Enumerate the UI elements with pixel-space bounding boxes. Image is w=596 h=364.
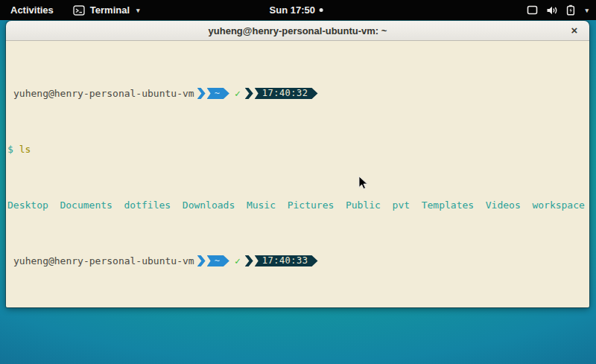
window-titlebar[interactable]: yuheng@henry-personal-ubuntu-vm: ~ ×	[6, 21, 589, 41]
typed-command: ls	[19, 144, 31, 155]
command-line: $ ls	[7, 144, 588, 155]
prompt-user: yuheng@henry-personal-ubuntu-vm	[7, 88, 194, 99]
close-button[interactable]: ×	[568, 24, 581, 37]
screen-icon	[527, 5, 538, 15]
screen: Activities Terminal ▾ Sun 17:50	[0, 0, 596, 364]
timestamp-segment: 17:40:33	[255, 255, 318, 266]
clock-menu[interactable]: Sun 17:50	[270, 0, 323, 20]
prompt-line-1: yuheng@henry-personal-ubuntu-vm ~ ✓ 17:4…	[7, 88, 588, 99]
powerline-chevron-icon	[197, 255, 206, 266]
app-menu-terminal[interactable]: Terminal ▾	[73, 4, 140, 16]
powerline-chevron-icon	[245, 255, 253, 266]
prompt-line-2: yuheng@henry-personal-ubuntu-vm ~ ✓ 17:4…	[7, 255, 588, 266]
ls-output: Desktop Documents dotfiles Downloads Mus…	[7, 199, 588, 211]
status-check-icon: ✓	[235, 255, 241, 266]
system-status-menu[interactable]: ▾	[527, 0, 589, 20]
prompt-symbol: $	[7, 144, 13, 155]
terminal-content[interactable]: yuheng@henry-personal-ubuntu-vm ~ ✓ 17:4…	[6, 41, 589, 307]
mouse-pointer-icon	[358, 176, 368, 190]
powerline-chevron-icon	[197, 88, 206, 99]
app-menu-label: Terminal	[90, 4, 130, 16]
terminal-app-icon	[73, 5, 85, 16]
prompt-user: yuheng@henry-personal-ubuntu-vm	[7, 255, 194, 266]
battery-charging-icon	[566, 4, 575, 16]
notification-dot-icon	[320, 8, 323, 12]
powerline-chevron-icon	[245, 88, 253, 99]
volume-icon	[546, 5, 558, 16]
chevron-down-icon: ▾	[585, 7, 589, 14]
window-title: yuheng@henry-personal-ubuntu-vm: ~	[209, 25, 387, 36]
timestamp-segment: 17:40:32	[255, 88, 318, 99]
chevron-down-icon: ▾	[136, 7, 140, 14]
status-check-icon: ✓	[235, 88, 241, 99]
cwd-segment: ~	[207, 255, 229, 266]
gnome-top-bar: Activities Terminal ▾ Sun 17:50	[0, 0, 596, 20]
cwd-segment: ~	[207, 88, 229, 99]
terminal-window: yuheng@henry-personal-ubuntu-vm: ~ × yuh…	[6, 21, 589, 307]
clock-label: Sun 17:50	[270, 4, 315, 16]
activities-button[interactable]: Activities	[7, 4, 57, 16]
desktop-background: yuheng@henry-personal-ubuntu-vm: ~ × yuh…	[0, 20, 596, 364]
